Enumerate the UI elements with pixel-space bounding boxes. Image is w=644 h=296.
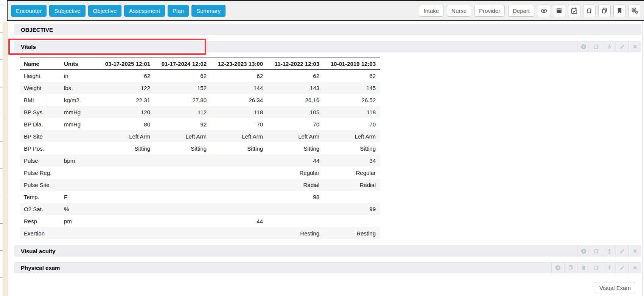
vitals-section-header[interactable]: Vitals ?	[14, 41, 641, 52]
vitals-row-o2-sat: O2 Sat.%99	[20, 203, 380, 215]
vitals-cell	[64, 227, 98, 239]
physical-exam-section-header[interactable]: Physical exam ?	[14, 262, 641, 273]
vitals-cell: 80	[98, 118, 155, 130]
vitals-cell: 44	[211, 215, 268, 227]
vitals-cell: 99	[324, 203, 380, 215]
vitals-cell: 152	[155, 82, 211, 94]
vitals-cell	[211, 191, 268, 203]
vitals-cell: Exertion	[20, 227, 64, 239]
vitals-cell: 22.31	[98, 94, 155, 106]
vitals-cell	[64, 167, 98, 179]
vitals-table: NameUnits03-17-2025 12:0101-17-2024 12:0…	[20, 58, 380, 239]
vitals-cell: 26.52	[324, 94, 380, 106]
visual-acuity-section-header[interactable]: Visual acuity ?	[14, 245, 641, 257]
nav-button-subjective[interactable]: Subjective	[49, 5, 85, 17]
archive-box-icon[interactable]	[553, 5, 565, 17]
microphone-icon[interactable]	[603, 245, 616, 257]
vitals-cell: O2 Sat.	[20, 203, 64, 215]
close-icon[interactable]	[628, 41, 641, 52]
vitals-cell: 120	[98, 106, 155, 118]
toolbar-icon-buttons	[538, 5, 641, 17]
vitals-cell: kg/m2	[64, 94, 98, 106]
vitals-cell: 62	[211, 69, 268, 82]
vitals-cell: BP Sys.	[20, 106, 64, 118]
vitals-cell: BMI	[20, 94, 64, 106]
close-icon[interactable]	[628, 245, 641, 257]
vitals-cell: lbs	[64, 82, 98, 94]
vitals-cell: 98	[268, 191, 324, 203]
microphone-icon[interactable]	[603, 262, 616, 273]
calendar-check-icon[interactable]	[568, 5, 580, 17]
nav-button-encounter[interactable]: Encounter	[11, 5, 47, 17]
objective-section-header[interactable]: OBJECTIVE	[14, 24, 641, 35]
help-icon[interactable]: ?	[577, 41, 590, 52]
close-icon[interactable]	[628, 262, 641, 273]
pencil-icon[interactable]	[616, 41, 628, 52]
vitals-cell: Radial	[268, 179, 324, 191]
vitals-cell	[211, 167, 268, 179]
frame-right-border	[642, 22, 642, 296]
vitals-column-header-3: 01-17-2024 12:02	[155, 58, 211, 69]
vitals-cell: Sitting	[268, 142, 324, 154]
vitals-cell	[155, 154, 211, 167]
vitals-cell: 70	[211, 118, 268, 130]
vitals-cell: Left Arm	[98, 130, 155, 142]
vitals-cell: Temp.	[20, 191, 64, 203]
help-icon[interactable]: ?	[577, 245, 590, 257]
vitals-cell: 112	[155, 106, 211, 118]
vitals-cell: 62	[155, 69, 211, 82]
nav-button-assessment[interactable]: Assessment	[124, 5, 165, 17]
vitals-cell	[268, 203, 324, 215]
vitals-cell: 62	[324, 69, 380, 82]
vitals-cell: 144	[211, 82, 268, 94]
copy-icon[interactable]	[564, 262, 577, 273]
vitals-cell: BP Dia.	[20, 118, 64, 130]
vitals-cell	[155, 191, 211, 203]
bookmark-icon[interactable]	[613, 5, 626, 17]
vitals-cell: bpm	[64, 154, 98, 167]
trash-icon[interactable]	[577, 262, 590, 273]
vitals-cell: Resting	[268, 227, 324, 239]
pencil-icon[interactable]	[616, 262, 628, 273]
role-buttons: IntakeNurseProviderDepart	[419, 5, 534, 17]
nav-button-summary[interactable]: Summary	[191, 5, 226, 17]
vitals-cell	[268, 215, 324, 227]
role-button-provider[interactable]: Provider	[474, 5, 505, 17]
vitals-cell: Pulse Reg.	[20, 167, 64, 179]
svg-text:?: ?	[557, 266, 559, 270]
book-icon[interactable]	[583, 5, 596, 17]
vitals-cell: mmHg	[64, 118, 98, 130]
role-button-depart[interactable]: Depart	[508, 5, 534, 17]
vitals-cell: Sitting	[155, 142, 211, 154]
vitals-cell: Radial	[324, 179, 380, 191]
vitals-row-pulse-reg: Pulse Reg.RegularRegular	[20, 167, 380, 179]
vitals-cell	[98, 215, 155, 227]
visual-acuity-header-icons: ?	[577, 245, 641, 257]
svg-text:?: ?	[583, 45, 585, 48]
pencil-icon[interactable]	[616, 245, 628, 257]
vitals-row-exertion: ExertionRestingResting	[20, 227, 380, 239]
visual-exam-button[interactable]: Visual Exam	[595, 282, 635, 293]
nav-button-plan[interactable]: Plan	[168, 5, 189, 17]
help-icon[interactable]: ?	[551, 262, 564, 273]
vitals-cell: 44	[268, 154, 324, 167]
visual-acuity-title: Visual acuity	[21, 248, 55, 254]
vitals-column-header-name: Name	[20, 58, 64, 69]
book-icon[interactable]	[590, 41, 603, 52]
vitals-cell: pm	[64, 215, 98, 227]
vitals-cell	[324, 191, 380, 203]
nav-button-objective[interactable]: Objective	[88, 5, 122, 17]
role-button-intake[interactable]: Intake	[419, 5, 443, 17]
vitals-cell	[211, 154, 268, 167]
vitals-cell: 70	[324, 118, 380, 130]
microphone-icon[interactable]	[603, 41, 616, 52]
vitals-cell: Resting	[324, 227, 380, 239]
gears-icon[interactable]	[628, 5, 641, 17]
vitals-header-icons: ?	[577, 41, 641, 52]
vitals-cell	[324, 215, 380, 227]
book-icon[interactable]	[590, 245, 603, 257]
role-button-nurse[interactable]: Nurse	[447, 5, 471, 17]
eye-icon[interactable]	[538, 5, 550, 17]
book-icon[interactable]	[590, 262, 603, 273]
copy-icon[interactable]	[598, 5, 611, 17]
